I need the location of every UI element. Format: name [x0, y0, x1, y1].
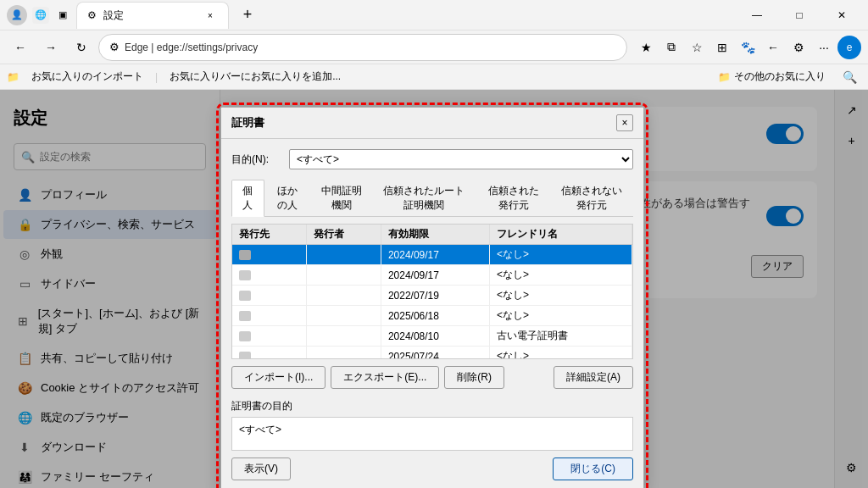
cell-expiry: 2025/06/18 [381, 306, 489, 326]
browser-frame: 👤 🌐 ▣ ⚙ 設定 × + — □ ✕ ← → ↻ ⚙ Edge | edge… [0, 0, 868, 488]
col-header-friendly: フレンドリ名 [490, 225, 632, 245]
cert-purpose-row: 目的(N): <すべて> [231, 149, 633, 169]
bookmark-search-icon[interactable]: 🔍 [837, 65, 861, 89]
close-button[interactable]: ✕ [822, 2, 861, 29]
main-area: 設定 🔍 👤 プロフィール 🔒 プライバシー、検索、サービス ◎ 外観 ▭ サイ… [0, 90, 868, 488]
cell-issuer-by [306, 347, 381, 360]
bookmark-import[interactable]: お気に入りのインポート [26, 68, 148, 86]
cell-issuer-by [306, 265, 381, 286]
split-screen-icon[interactable]: ⊞ [710, 36, 734, 59]
new-tab-button[interactable]: + [234, 2, 261, 29]
reading-icon[interactable]: ⧉ [659, 36, 683, 59]
minimize-button[interactable]: — [737, 2, 776, 29]
bookmark-add[interactable]: お気に入りバーにお気に入りを追加... [164, 68, 346, 86]
cert-tab-trusted-root[interactable]: 信頼されたルート証明機関 [372, 180, 476, 216]
collections-icon[interactable]: ☆ [685, 36, 709, 59]
col-header-issuer-by: 発行者 [306, 225, 381, 245]
cert-tabs: 個人 ほかの人 中間証明機関 信頼されたルート証明機関 信頼された発行元 信頼さ… [231, 180, 633, 217]
cell-expiry: 2024/09/17 [381, 265, 489, 286]
window-controls: — □ ✕ [737, 2, 861, 29]
tab-manager-icon[interactable]: ▣ [54, 7, 71, 24]
cert-purpose-section-title: 証明書の目的 [231, 399, 633, 413]
browser-icon: 🌐 [32, 7, 49, 24]
cert-tab-other[interactable]: ほかの人 [264, 180, 311, 216]
cert-tab-intermediate[interactable]: 中間証明機関 [311, 180, 372, 216]
certificate-dialog: 証明書 × 目的(N): <すべて> 個人 ほかの人 中間証明機関 信頼されたル… [220, 107, 644, 488]
cert-tab-personal[interactable]: 個人 [231, 180, 264, 217]
nav-right-icons: ★ ⧉ ☆ ⊞ 🐾 ← ⚙ ··· e [634, 36, 861, 59]
cell-issuer-by [306, 286, 381, 306]
export-button[interactable]: エクスポート(E)... [331, 366, 439, 389]
forward-button[interactable]: → [37, 34, 64, 61]
cert-tab-untrusted[interactable]: 信頼されない発行元 [551, 180, 633, 216]
cell-issuer-to [232, 286, 306, 306]
col-header-expiry: 有効期限 [381, 225, 489, 245]
cell-friendly: 古い電子証明書 [490, 326, 632, 347]
cell-issuer-to [232, 347, 306, 360]
cell-friendly: <なし> [490, 265, 632, 286]
more-icon[interactable]: ··· [812, 36, 836, 59]
cell-issuer-by [306, 306, 381, 326]
cert-body: 目的(N): <すべて> 個人 ほかの人 中間証明機関 信頼されたルート証明機関… [221, 139, 643, 488]
refresh-button[interactable]: ↻ [68, 34, 95, 61]
nav-bar: ← → ↻ ⚙ Edge | edge://settings/privacy ★… [0, 30, 868, 64]
profile-avatar[interactable]: 👤 [7, 5, 27, 25]
table-row[interactable]: 2025/06/18 <なし> [232, 306, 632, 326]
close-dialog-button[interactable]: 閉じる(C) [553, 458, 633, 480]
col-header-issuer-to: 発行先 [232, 225, 306, 245]
address-icon: ⚙ [109, 41, 120, 53]
cert-purpose-label: 目的(N): [231, 152, 282, 167]
address-bar[interactable]: ⚙ Edge | edge://settings/privacy [98, 34, 627, 61]
bookmarks-label: 📁 [7, 71, 19, 83]
cert-bottom-row: 表示(V) 閉じる(C) [231, 458, 633, 480]
cell-issuer-to [232, 326, 306, 347]
table-row[interactable]: 2024/09/17 <なし> [232, 265, 632, 286]
bing-icon[interactable]: 🐾 [736, 36, 760, 59]
cert-purpose-select[interactable]: <すべて> [289, 149, 633, 169]
cell-expiry: 2025/07/24 [381, 347, 489, 360]
cert-tab-trusted-pub[interactable]: 信頼された発行元 [476, 180, 551, 216]
cert-dialog-title: 証明書 [231, 115, 264, 130]
cell-issuer-to [232, 245, 306, 265]
modal-overlay: 証明書 × 目的(N): <すべて> 個人 ほかの人 中間証明機関 信頼されたル… [0, 90, 868, 488]
bookmarks-bar: 📁 お気に入りのインポート | お気に入りバーにお気に入りを追加... 📁 その… [0, 64, 868, 90]
view-button[interactable]: 表示(V) [231, 458, 291, 480]
cert-buttons-row: インポート(I)... エクスポート(E)... 削除(R) 詳細設定(A) [231, 366, 633, 389]
cell-issuer-to [232, 265, 306, 286]
back2-icon[interactable]: ← [761, 36, 785, 59]
cell-friendly: <なし> [490, 245, 632, 265]
table-row[interactable]: 2025/07/24 <なし> [232, 347, 632, 360]
cell-issuer-by [306, 245, 381, 265]
title-bar: 👤 🌐 ▣ ⚙ 設定 × + — □ ✕ [0, 0, 868, 30]
cell-friendly: <なし> [490, 306, 632, 326]
cell-issuer-to [232, 306, 306, 326]
delete-button[interactable]: 削除(R) [444, 366, 504, 389]
import-button[interactable]: インポート(I)... [231, 366, 326, 389]
cert-title-bar: 証明書 × [221, 108, 643, 139]
cert-purpose-section-value: <すべて> [231, 417, 633, 451]
cert-purpose-section: 証明書の目的 <すべて> [231, 399, 633, 451]
cell-issuer-by [306, 326, 381, 347]
bookmark-more[interactable]: 📁 その他のお気に入り [713, 68, 831, 86]
edge-profile-icon[interactable]: e [837, 36, 861, 59]
table-row[interactable]: 2024/08/10 古い電子証明書 [232, 326, 632, 347]
advanced-button[interactable]: 詳細設定(A) [554, 366, 633, 389]
table-row[interactable]: 2022/07/19 <なし> [232, 286, 632, 306]
cert-table-container: 発行先 発行者 有効期限 フレンドリ名 2024/0 [231, 224, 633, 359]
cell-friendly: <なし> [490, 347, 632, 360]
back-button[interactable]: ← [7, 34, 34, 61]
address-text: Edge | edge://settings/privacy [125, 42, 616, 53]
tab-settings-icon: ⚙ [87, 9, 97, 21]
active-tab[interactable]: ⚙ 設定 × [76, 2, 229, 29]
favorites-icon[interactable]: ★ [634, 36, 658, 59]
cert-table: 発行先 発行者 有効期限 フレンドリ名 2024/0 [232, 225, 632, 359]
cell-expiry: 2024/09/17 [381, 245, 489, 265]
tab-close-button[interactable]: × [203, 8, 218, 23]
cell-friendly: <なし> [490, 286, 632, 306]
settings-gear-icon[interactable]: ⚙ [787, 36, 810, 59]
cell-expiry: 2024/08/10 [381, 326, 489, 347]
tab-label: 設定 [103, 8, 124, 23]
table-row[interactable]: 2024/09/17 <なし> [232, 245, 632, 265]
restore-button[interactable]: □ [780, 2, 819, 29]
cert-close-x-button[interactable]: × [616, 114, 633, 131]
